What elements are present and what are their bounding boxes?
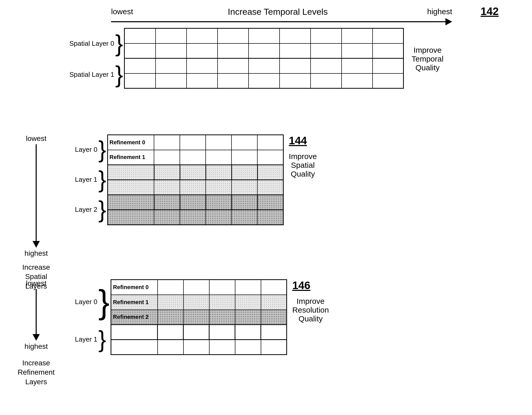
cell-refinement1-144: Refinement 1 — [107, 150, 154, 165]
cell — [156, 43, 187, 58]
layer-1-label-144: Layer 1 } — [75, 164, 106, 194]
spatial-layer-0-label-group: Spatial Layer 0 } — [69, 28, 123, 59]
cell-shaded-dark — [261, 310, 287, 325]
refinement0-label-146: Refinement 0 — [113, 284, 149, 290]
cell — [209, 280, 235, 295]
cell — [206, 135, 232, 150]
cell-shaded — [154, 180, 180, 195]
spatial-layer-labels: Spatial Layer 0 } Spatial Layer 1 } — [52, 28, 124, 90]
cell — [187, 73, 218, 88]
cell-shaded — [180, 165, 206, 180]
cell — [235, 325, 261, 340]
cell — [249, 43, 280, 58]
cell — [180, 150, 206, 165]
cell — [183, 340, 209, 355]
cell — [342, 28, 373, 43]
cell-shaded-dark — [206, 210, 232, 225]
layer-2-text-144: Layer 2 — [75, 206, 97, 214]
cell — [156, 58, 187, 73]
cell — [311, 28, 342, 43]
cell-shaded-dark — [232, 210, 257, 225]
brace-layer0-146: } — [98, 285, 110, 319]
cell — [280, 43, 311, 58]
cell — [261, 340, 287, 355]
brace-layer0-144: } — [98, 138, 106, 161]
cell — [232, 150, 257, 165]
brace-layer-0: } — [115, 32, 123, 55]
diagram-146: lowest highest IncreaseRefinementLayers … — [16, 279, 527, 387]
cell — [209, 325, 235, 340]
v-label-lowest-146: lowest — [26, 279, 46, 288]
refinement1-label-144: Refinement 1 — [110, 154, 145, 160]
cell — [311, 43, 342, 58]
cell — [154, 150, 180, 165]
refinement2-label-146: Refinement 2 — [113, 314, 149, 320]
cell-shaded-dark — [257, 210, 283, 225]
cell — [311, 58, 342, 73]
diagram-142-header: lowest Increase Temporal Levels highest … — [52, 5, 504, 90]
table-row — [107, 210, 283, 225]
cell-shaded-dark — [209, 310, 235, 325]
label-highest-142: highest — [427, 7, 452, 16]
cell — [158, 280, 183, 295]
cell — [232, 135, 257, 150]
cell-shaded-dark — [107, 210, 154, 225]
cell — [218, 73, 249, 88]
diagram-144-grid-section: Layer 0 } Layer 1 } Layer 2 } — [75, 134, 317, 225]
cell-shaded-dark — [180, 195, 206, 210]
cell-shaded-dark — [158, 310, 183, 325]
cell — [249, 58, 280, 73]
v-label-lowest-144: lowest — [26, 134, 46, 143]
right-label-146: ImproveResolutionQuality — [292, 297, 329, 323]
cell-shaded-dark — [154, 195, 180, 210]
spatial-layer-1-text: Spatial Layer 1 — [69, 71, 114, 79]
table-row — [125, 28, 404, 43]
cell — [373, 43, 404, 58]
cell — [111, 325, 158, 340]
vertical-arrow-146: lowest highest IncreaseRefinementLayers — [16, 279, 57, 387]
cell — [180, 135, 206, 150]
cell — [156, 73, 187, 88]
spatial-layer-1-label-group: Spatial Layer 1 } — [69, 59, 123, 90]
cell-shaded-dark — [232, 195, 257, 210]
cell-shaded — [257, 165, 283, 180]
cell-shaded — [209, 295, 235, 310]
diagram-144: lowest highest IncreaseSpatialLayers Lay… — [16, 134, 527, 291]
layer-0-text-146: Layer 0 — [75, 298, 97, 306]
cell-shaded — [232, 165, 257, 180]
brace-layer1-144: } — [98, 168, 106, 191]
cell — [111, 340, 158, 355]
right-label-144: ImproveSpatialQuality — [289, 152, 317, 178]
layer-1-text-146: Layer 1 — [75, 335, 97, 343]
cell — [218, 43, 249, 58]
table-row: Refinement 0 — [111, 280, 287, 295]
cell — [280, 58, 311, 73]
increase-refinement-label: IncreaseRefinementLayers — [18, 358, 55, 387]
cell-shaded — [154, 165, 180, 180]
cell — [249, 73, 280, 88]
ref-num-144: 144 — [289, 134, 317, 147]
table-row: Refinement 1 — [107, 150, 283, 165]
cell — [257, 150, 283, 165]
cell — [257, 135, 283, 150]
spatial-layer-0-text: Spatial Layer 0 — [69, 40, 114, 48]
table-row — [111, 340, 287, 355]
layer-labels-146: Layer 0 } Layer 1 } — [75, 279, 110, 354]
table-row — [107, 165, 283, 180]
cell-shaded-dark — [235, 310, 261, 325]
cell — [183, 280, 209, 295]
cell — [206, 150, 232, 165]
table-row — [125, 58, 404, 73]
cell — [183, 325, 209, 340]
table-row — [125, 43, 404, 58]
cell — [235, 280, 261, 295]
cell — [218, 58, 249, 73]
v-label-highest-144: highest — [25, 249, 48, 258]
layer-2-label-144: Layer 2 } — [75, 194, 106, 224]
cell — [125, 73, 156, 88]
label-lowest-142: lowest — [111, 7, 133, 16]
vertical-arrow-144: lowest highest IncreaseSpatialLayers — [16, 134, 57, 291]
cell — [261, 280, 287, 295]
v-arrow-body-144 — [36, 144, 37, 241]
cell — [373, 28, 404, 43]
